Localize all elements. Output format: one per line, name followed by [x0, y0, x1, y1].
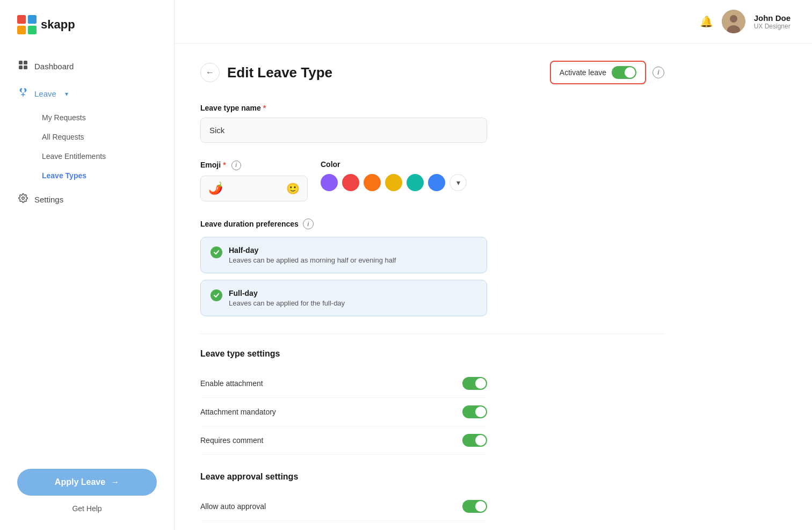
full-day-check-icon: [211, 289, 222, 301]
emoji-required: *: [223, 161, 226, 169]
sidebar-item-leave-types[interactable]: Leave Types: [34, 166, 163, 185]
color-dropdown-button[interactable]: ▾: [450, 174, 467, 191]
activate-leave-area: Activate leave i: [550, 61, 664, 84]
sidebar-bottom: Apply Leave → Get Help: [0, 458, 174, 530]
main-content: 🔔 John Doe UX Designer ← Edit Leave Type: [175, 0, 812, 530]
svg-rect-4: [19, 61, 23, 64]
half-day-check-icon: [211, 246, 222, 258]
leave-type-name-section: Leave type name *: [200, 104, 664, 143]
page-header: ← Edit Leave Type Activate leave i: [200, 61, 664, 84]
leave-type-name-input[interactable]: [200, 118, 487, 143]
apply-leave-button[interactable]: Apply Leave →: [17, 469, 157, 496]
emoji-label: Emoji * i: [200, 160, 308, 170]
sidebar-item-all-requests[interactable]: All Requests: [34, 128, 163, 146]
leave-type-name-label: Leave type name *: [200, 104, 664, 112]
page-content: ← Edit Leave Type Activate leave i Leave…: [175, 43, 690, 530]
color-swatch-blue[interactable]: [428, 174, 445, 191]
activate-leave-label: Activate leave: [560, 68, 606, 77]
get-help-link[interactable]: Get Help: [72, 504, 102, 513]
leave-submenu: My Requests All Requests Leave Entitleme…: [11, 108, 163, 185]
page-title: Edit Leave Type: [227, 64, 332, 81]
svg-point-9: [730, 15, 737, 23]
sidebar: skapp Dashboard: [0, 0, 175, 530]
leave-approval-settings-section: Leave approval settings Allow auto appro…: [200, 472, 664, 521]
emoji-color-row: Emoji * i 🌶️ 🙂 Color: [200, 160, 664, 201]
activate-leave-toggle[interactable]: [612, 66, 636, 79]
enable-attachment-toggle[interactable]: [462, 377, 487, 390]
notification-bell-icon[interactable]: 🔔: [700, 15, 713, 28]
user-info: John Doe UX Designer: [754, 13, 791, 30]
color-swatches: ▾: [321, 174, 482, 191]
sidebar-item-leave[interactable]: Leave ▾: [11, 81, 163, 106]
activate-leave-box: Activate leave: [550, 61, 646, 84]
leave-duration-section: Leave duration preferences i Half-day Le…: [200, 219, 664, 316]
leave-type-settings-section: Leave type settings Enable attachment At…: [200, 349, 664, 455]
setting-row-requires-comment: Requires comment: [200, 426, 487, 455]
half-day-text: Half-day Leaves can be applied as mornin…: [229, 246, 396, 264]
svg-rect-1: [28, 15, 37, 24]
sidebar-navigation: Dashboard Leave ▾ My Requests All Reques…: [0, 54, 174, 458]
sidebar-item-dashboard-label: Dashboard: [34, 62, 74, 71]
leave-icon: [18, 88, 28, 100]
header: 🔔 John Doe UX Designer: [175, 0, 812, 43]
setting-row-enable-attachment: Enable attachment: [200, 369, 487, 398]
svg-rect-2: [17, 26, 26, 34]
requires-comment-label: Requires comment: [200, 436, 264, 445]
arrow-right-icon: →: [111, 477, 119, 487]
emoji-section: Emoji * i 🌶️ 🙂: [200, 160, 308, 201]
color-label: Color: [321, 160, 482, 169]
setting-row-allow-auto-approval: Allow auto approval: [200, 492, 487, 521]
skapp-logo-icon: [17, 15, 37, 34]
allow-auto-approval-label: Allow auto approval: [200, 502, 266, 511]
duration-title: Leave duration preferences: [200, 220, 299, 228]
allow-auto-approval-toggle[interactable]: [462, 500, 487, 513]
emoji-picker-icon[interactable]: 🙂: [286, 182, 300, 195]
attachment-mandatory-label: Attachment mandatory: [200, 408, 276, 416]
logo-text: skapp: [41, 18, 75, 32]
user-role: UX Designer: [754, 23, 791, 30]
back-button[interactable]: ←: [200, 63, 220, 82]
svg-rect-3: [28, 26, 37, 34]
avatar: [722, 10, 745, 33]
color-swatch-red[interactable]: [342, 174, 359, 191]
svg-rect-5: [24, 61, 27, 64]
required-indicator: *: [263, 104, 266, 112]
emoji-info-icon[interactable]: i: [231, 161, 241, 170]
color-swatch-yellow[interactable]: [385, 174, 402, 191]
sidebar-item-dashboard[interactable]: Dashboard: [11, 54, 163, 79]
color-swatch-teal[interactable]: [407, 174, 424, 191]
section-divider: [200, 333, 664, 334]
sidebar-logo: skapp: [0, 0, 174, 54]
duration-option-half-day[interactable]: Half-day Leaves can be applied as mornin…: [200, 237, 487, 273]
dashboard-icon: [18, 60, 28, 72]
leave-approval-settings-title: Leave approval settings: [200, 472, 664, 482]
sidebar-item-settings[interactable]: Settings: [11, 187, 163, 212]
requires-comment-toggle[interactable]: [462, 434, 487, 447]
sidebar-item-leave-entitlements[interactable]: Leave Entitlements: [34, 147, 163, 165]
settings-icon: [18, 193, 28, 206]
svg-rect-0: [17, 15, 26, 24]
emoji-input[interactable]: 🌶️ 🙂: [200, 176, 308, 201]
duration-info-icon[interactable]: i: [303, 219, 314, 229]
color-section: Color ▾: [321, 160, 482, 191]
duration-option-full-day[interactable]: Full-day Leaves can be applied for the f…: [200, 280, 487, 316]
sidebar-item-settings-label: Settings: [34, 195, 63, 204]
full-day-text: Full-day Leaves can be applied for the f…: [229, 289, 345, 307]
leave-dropdown-icon: ▾: [65, 90, 68, 98]
color-swatch-purple[interactable]: [321, 174, 338, 191]
enable-attachment-label: Enable attachment: [200, 379, 263, 388]
svg-rect-6: [19, 66, 23, 69]
color-swatch-orange[interactable]: [364, 174, 381, 191]
sidebar-item-leave-label: Leave: [34, 89, 56, 98]
page-title-area: ← Edit Leave Type: [200, 63, 332, 82]
svg-rect-7: [24, 66, 27, 69]
emoji-value: 🌶️: [208, 181, 223, 195]
duration-header: Leave duration preferences i: [200, 219, 664, 229]
user-name: John Doe: [754, 13, 791, 23]
leave-type-settings-title: Leave type settings: [200, 349, 664, 359]
setting-row-attachment-mandatory: Attachment mandatory: [200, 398, 487, 426]
sidebar-item-my-requests[interactable]: My Requests: [34, 108, 163, 127]
attachment-mandatory-toggle[interactable]: [462, 405, 487, 418]
activate-leave-info-icon[interactable]: i: [653, 67, 664, 78]
